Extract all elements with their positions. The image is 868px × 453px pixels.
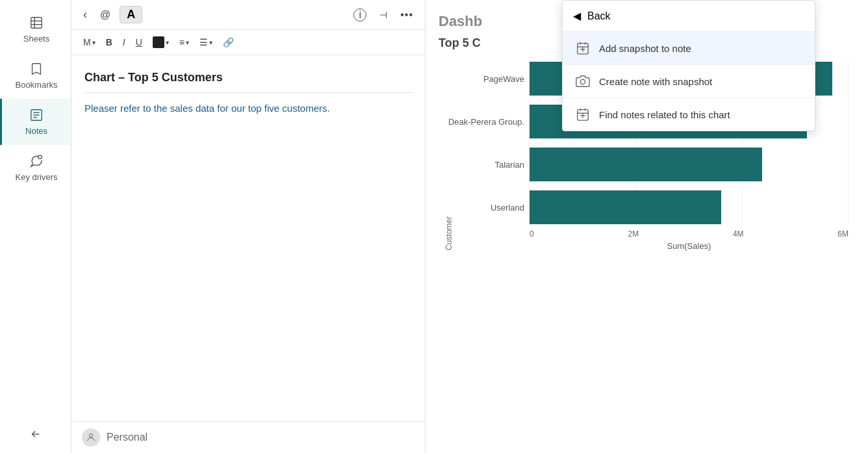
navigate-end-button[interactable]: ⊣ <box>376 7 391 23</box>
more-icon: ••• <box>400 9 413 21</box>
sidebar-item-key-drivers[interactable]: Key drivers <box>0 145 71 191</box>
key-drivers-icon <box>29 154 44 168</box>
list-button[interactable]: ☰ ▾ <box>196 34 216 50</box>
notes-icon <box>29 108 44 122</box>
info-button[interactable]: i <box>350 6 370 24</box>
find-notes-label: Find notes related to this chart <box>599 109 730 120</box>
collapse-button[interactable] <box>19 418 52 453</box>
bookmarks-icon <box>29 62 44 76</box>
font-button[interactable]: A <box>120 6 142 23</box>
author-label: Personal <box>107 432 147 443</box>
table-row: Talarian <box>530 148 849 181</box>
note-title: Chart – Top 5 Customers <box>84 71 412 93</box>
svg-point-10 <box>89 434 92 437</box>
back-button[interactable]: ‹ <box>79 5 91 24</box>
camera-icon <box>576 74 590 88</box>
sidebar-item-label: Bookmarks <box>15 80 57 90</box>
x-tick: 0 <box>530 229 534 239</box>
italic-icon: I <box>123 37 125 47</box>
x-tick: 4M <box>733 229 744 239</box>
navigate-end-icon: ⊣ <box>379 10 387 20</box>
info-icon: i <box>353 8 366 21</box>
editor-footer: Personal <box>71 421 425 453</box>
avatar <box>82 428 100 447</box>
add-snapshot-label: Add snapshot to note <box>599 43 691 54</box>
chevron-down-icon: ▾ <box>209 39 212 46</box>
chart-area: Dashb Top 5 C Customer PageWave Deak-Per… <box>426 0 868 453</box>
create-note-label: Create note with snapshot <box>599 76 712 87</box>
sidebar-item-label: Notes <box>25 126 47 136</box>
align-icon: ≡ <box>179 37 185 47</box>
link-icon: 🔗 <box>223 37 234 47</box>
editor-toolbar-format: M ▾ B I U ▾ ≡ ▾ ☰ ▾ 🔗 <box>71 30 425 55</box>
editor-area: ‹ @ A i ⊣ ••• M ▾ B I U <box>71 0 426 453</box>
editor-toolbar-top: ‹ @ A i ⊣ ••• <box>71 0 425 30</box>
x-tick: 6M <box>837 229 849 239</box>
x-tick: 2M <box>628 229 639 239</box>
sidebar-item-bookmarks[interactable]: Bookmarks <box>0 53 71 99</box>
bar-fill <box>530 148 762 181</box>
sidebar-item-label: Key drivers <box>15 172 57 182</box>
x-axis-title: Sum(Sales) <box>530 241 849 251</box>
sheets-icon <box>29 16 44 30</box>
color-button[interactable]: ▾ <box>149 34 173 51</box>
at-button[interactable]: @ <box>96 6 114 23</box>
text-style-button[interactable]: M ▾ <box>79 34 99 50</box>
color-swatch <box>153 36 164 48</box>
table-row: Userland <box>530 190 849 224</box>
bold-button[interactable]: B <box>102 34 116 50</box>
back-icon: ‹ <box>83 8 87 21</box>
chevron-down-icon: ▾ <box>186 39 189 46</box>
context-menu: ◀ Back Add snapshot to note Create note … <box>562 0 815 131</box>
chevron-down-icon: ▾ <box>92 39 96 46</box>
back-arrow-icon: ◀ <box>573 10 581 22</box>
bar-label: Talarian <box>494 160 530 170</box>
list-icon: ☰ <box>199 37 208 47</box>
sidebar-item-sheets[interactable]: Sheets <box>0 6 71 53</box>
align-button[interactable]: ≡ ▾ <box>175 34 193 50</box>
calendar-icon <box>576 41 590 55</box>
bar-label: Deak-Perera Group. <box>448 117 530 127</box>
text-style-label: M <box>83 37 91 47</box>
sidebar-item-label: Sheets <box>23 34 49 44</box>
collapse-icon <box>29 427 43 441</box>
context-menu-add-snapshot[interactable]: Add snapshot to note <box>563 32 815 65</box>
context-menu-back[interactable]: ◀ Back <box>563 1 815 32</box>
user-icon <box>86 432 96 443</box>
bold-icon: B <box>106 37 112 47</box>
bar-fill <box>530 190 721 224</box>
sidebar-item-notes[interactable]: Notes <box>0 99 71 145</box>
bar-label: Userland <box>491 203 530 213</box>
x-axis: 0 2M 4M 6M <box>530 224 849 239</box>
sidebar-bottom <box>0 418 71 453</box>
svg-rect-0 <box>31 18 42 29</box>
back-label: Back <box>587 10 611 22</box>
chevron-down-icon: ▾ <box>166 39 169 46</box>
bar-label: PageWave <box>483 74 530 84</box>
chart-title-partial: Dashb <box>439 13 482 29</box>
underline-button[interactable]: U <box>132 34 146 50</box>
link-button[interactable]: 🔗 <box>219 34 238 50</box>
font-icon: A <box>127 8 135 21</box>
at-icon: @ <box>100 9 110 21</box>
editor-content[interactable]: Chart – Top 5 Customers Pleaser refer to… <box>71 55 425 421</box>
calendar-search-icon <box>576 107 590 122</box>
svg-point-8 <box>38 155 42 159</box>
underline-icon: U <box>136 37 142 47</box>
italic-button[interactable]: I <box>119 34 129 50</box>
y-axis-label: Customer <box>444 216 453 250</box>
note-body[interactable]: Pleaser refer to the sales data for our … <box>84 101 412 116</box>
context-menu-create-note[interactable]: Create note with snapshot <box>563 65 815 98</box>
more-button[interactable]: ••• <box>396 6 417 23</box>
sidebar: Sheets Bookmarks Notes Key drivers <box>0 0 71 453</box>
context-menu-find-notes[interactable]: Find notes related to this chart <box>563 98 815 131</box>
svg-point-17 <box>580 79 585 84</box>
